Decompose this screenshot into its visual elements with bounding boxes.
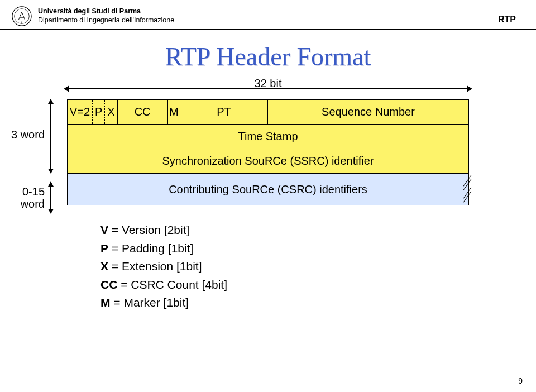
university-text: Università degli Studi di Parma Dipartim… bbox=[38, 7, 174, 25]
packet-diagram: 32 bit 3 word 0-15 word V=2 P X CC M PT … bbox=[67, 99, 469, 312]
width-arrow bbox=[65, 88, 471, 89]
field-version: V=2 bbox=[68, 100, 93, 124]
field-payload-type: PT bbox=[180, 100, 268, 124]
field-csrc: Contributing SouRCe (CSRC) identifiers bbox=[68, 174, 468, 205]
field-ssrc: Synchronization SouRCe (SSRC) identifier bbox=[68, 149, 468, 173]
height-arrow-csrc bbox=[50, 182, 51, 213]
page-number: 9 bbox=[518, 376, 523, 385]
svg-point-1 bbox=[15, 9, 30, 24]
field-padding: P bbox=[93, 100, 105, 124]
legend-row: P = Padding [1bit] bbox=[100, 240, 469, 258]
header-left: Università degli Studi di Parma Dipartim… bbox=[11, 6, 174, 27]
field-timestamp: Time Stamp bbox=[68, 125, 468, 149]
field-extension: X bbox=[105, 100, 117, 124]
side-label-3word: 3 word bbox=[6, 128, 45, 141]
packet-row-csrc: Contributing SouRCe (CSRC) identifiers bbox=[68, 174, 468, 205]
university-name: Università degli Studi di Parma bbox=[38, 7, 174, 16]
packet-row-2: Synchronization SouRCe (SSRC) identifier bbox=[68, 149, 468, 174]
packet-table: V=2 P X CC M PT Sequence Number Time Sta… bbox=[67, 99, 469, 205]
field-sequence-number: Sequence Number bbox=[268, 100, 468, 124]
packet-row-1: Time Stamp bbox=[68, 125, 468, 149]
field-marker: M bbox=[168, 100, 180, 124]
page-header: Università degli Studi di Parma Dipartim… bbox=[0, 0, 536, 30]
legend-row: X = Extension [1bit] bbox=[100, 257, 469, 276]
legend: V = Version [2bit] P = Padding [1bit] X … bbox=[100, 221, 469, 312]
header-topic: RTP bbox=[498, 15, 516, 27]
legend-row: M = Marker [1bit] bbox=[100, 294, 469, 312]
packet-row-0: V=2 P X CC M PT Sequence Number bbox=[68, 100, 468, 125]
legend-row: CC = CSRC Count [4bit] bbox=[100, 276, 469, 294]
legend-row: V = Version [2bit] bbox=[100, 221, 469, 240]
slide-title: RTP Header Format bbox=[0, 42, 536, 71]
side-label-0-15: 0-15 word bbox=[6, 185, 45, 210]
university-seal-icon bbox=[11, 6, 32, 27]
field-csrc-count: CC bbox=[118, 100, 168, 124]
height-arrow-fixed bbox=[50, 99, 51, 173]
department-name: Dipartimento di Ingegneria dell'Informaz… bbox=[38, 16, 174, 25]
